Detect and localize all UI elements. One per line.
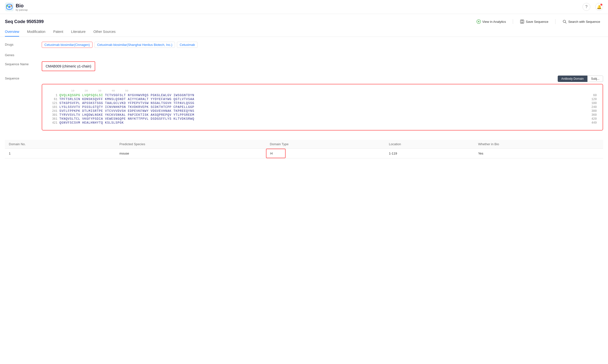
seq-g5-1: SVFLFPPKPK xyxy=(59,109,80,113)
seq-g7-6: KLTVDKSRWQ xyxy=(173,117,194,121)
col-domain-type: Domain Type xyxy=(266,140,385,149)
analytics-label: View in Analytics xyxy=(482,20,506,24)
seq-groups-3: STKGPSVFPL APSSKSTSGG TAALGCLVKD YFPEPVT… xyxy=(59,102,589,105)
seq-start-3: 121 xyxy=(48,102,59,105)
seq-groups-4: LYSLSSVVTV PSSSLGTQTY ICNVNHKPSN TKVDKRV… xyxy=(59,105,589,109)
view-analytics-button[interactable]: View in Analytics xyxy=(474,18,509,25)
sequence-name-value: CMAB009 (chimeric γ1-chain) xyxy=(42,61,603,71)
seq-g8-2: HEALHNHYTQ xyxy=(82,121,103,125)
table-row: 1 mouse H 1-119 Yes xyxy=(5,149,603,158)
seq-g3-3: TAALGCLVKD xyxy=(105,102,126,105)
genes-row: Genes xyxy=(5,52,603,57)
sequence-label: Sequence xyxy=(5,76,42,80)
seq-g7-2: VKGFYPSDIA xyxy=(82,117,103,121)
analytics-icon xyxy=(476,19,481,24)
domain-type-value: H xyxy=(270,152,273,155)
logo-sub-text: by patsnap xyxy=(16,9,28,11)
sequence-name-label: Sequence Name xyxy=(5,61,42,66)
seq-g4-2: PSSSLGTQTY xyxy=(82,105,103,109)
notification-button[interactable]: 🔔 xyxy=(595,3,603,11)
seq-g7-3: VEWESNGQPE xyxy=(105,117,126,121)
cell-domain-no: 1 xyxy=(5,149,116,158)
seq-g4-5: SCDKTHTCPP xyxy=(151,105,172,109)
seq-g4-4: TKVDKRVEPK xyxy=(128,105,149,109)
seq-g3-6: TFPAVLQSSG xyxy=(173,102,194,105)
tab-modification[interactable]: Modification xyxy=(27,27,45,37)
seq-g3-4: YFPEPVTVSW xyxy=(128,102,149,105)
ruler-10: 10 xyxy=(61,89,74,92)
help-button[interactable]: ? xyxy=(582,3,590,11)
seq-g2-3: KMNSLQSNDT xyxy=(105,98,126,101)
seq-line-2: 61 TPFTSRLSIN KDNSKSQVFF KMNSLQSNDT AIYY… xyxy=(48,98,597,101)
tab-other-sources[interactable]: Other Sources xyxy=(93,27,116,37)
subj-button[interactable]: Subj... xyxy=(587,76,603,82)
sequence-type-buttons: Antibody Domain Subj... xyxy=(558,76,603,82)
drugs-label: Drugs xyxy=(5,42,42,46)
domain-table: Domain No. Predicted Species Domain Type… xyxy=(5,140,603,158)
seq-line-6: 301 TYRVVSVLTV LHQDWLNGKE YKCKVSNKAL PAP… xyxy=(48,113,597,117)
seq-end-1: 60 xyxy=(591,94,597,97)
search-with-sequence-button[interactable]: Search with Sequence xyxy=(559,18,603,25)
drug-tag-0[interactable]: Cetuximab biosimilar(Cinnagen) xyxy=(42,42,93,48)
content-area: Drugs Cetuximab biosimilar(Cinnagen) Cet… xyxy=(0,37,608,163)
tab-patent[interactable]: Patent xyxy=(53,27,63,37)
seq-start-5: 241 xyxy=(48,109,59,113)
seq-start-1: 1 xyxy=(48,94,59,97)
seq-end-3: 180 xyxy=(589,102,597,105)
seq-g1-2: LVQPSQSLSI xyxy=(82,94,103,97)
app-logo-icon xyxy=(5,2,14,11)
search-icon xyxy=(562,19,567,24)
seq-groups-1: QVQLKQSGPG LVQPSQSLSI TCTVSGFSLT NYGVHWV… xyxy=(59,94,591,97)
col-in-bio: Whether in Bio xyxy=(474,140,603,149)
seq-g1-1: QVQLKQSGPG xyxy=(59,94,80,97)
seq-end-6: 360 xyxy=(589,113,597,117)
col-domain-no: Domain No. xyxy=(5,140,116,149)
ruler-50: 50 xyxy=(115,89,128,92)
seq-line-5: 241 SVFLFPPKPK DTLMISRTPE VTCVVVDVSH EDP… xyxy=(48,109,597,113)
seq-g2-6: QGTLVTVSAA xyxy=(173,98,194,101)
cell-domain-type: H xyxy=(266,149,385,158)
seq-g5-5: VDGVEVHNAK xyxy=(151,109,172,113)
seq-g2-2: KDNSKSQVFF xyxy=(82,98,103,101)
sequence-button-bar: Antibody Domain Subj... xyxy=(42,76,603,82)
tab-literature[interactable]: Literature xyxy=(71,27,86,37)
drug-tag-2[interactable]: Cetuximab xyxy=(177,42,198,48)
notification-badge xyxy=(600,4,602,6)
question-icon: ? xyxy=(585,5,588,9)
sequence-name-box: CMAB009 (chimeric γ1-chain) xyxy=(42,61,95,71)
seq-line-4: 181 LYSLSSVVTV PSSSLGTQTY ICNVNHKPSN TKV… xyxy=(48,105,597,109)
seq-groups-5: SVFLFPPKPK DTLMISRTPE VTCVVVDVSH EDPEVKF… xyxy=(59,109,589,113)
button-divider-1 xyxy=(513,19,513,24)
antibody-domain-button[interactable]: Antibody Domain xyxy=(558,76,587,82)
logo-main-text: Bio xyxy=(16,3,28,9)
seq-groups-7: TKNQVSLTCL VKGFYPSDIA VEWESNGQPE NNYKTTP… xyxy=(59,117,589,121)
seq-g8-3: KSLSLSPGK xyxy=(105,121,124,125)
genes-label: Genes xyxy=(5,52,42,57)
svg-point-6 xyxy=(478,21,479,22)
seq-g4-1: LYSLSSVVTV xyxy=(59,105,80,109)
seq-start-2: 61 xyxy=(48,98,59,101)
seq-line-1: 1 QVQLKQSGPG LVQPSQSLSI TCTVSGFSLT NYGVH… xyxy=(48,94,597,97)
save-icon xyxy=(520,19,524,24)
tab-overview[interactable]: Overview xyxy=(5,27,19,37)
seq-g6-1: TYRVVSVLTV xyxy=(59,113,80,117)
seq-end-8: 449 xyxy=(589,121,597,125)
action-buttons: View in Analytics Save Sequence Search w… xyxy=(474,18,603,25)
drug-tag-1[interactable]: Cetuximab biosimilar(Shanghai Henlius Bi… xyxy=(94,42,175,48)
col-location: Location xyxy=(385,140,474,149)
svg-point-1 xyxy=(8,6,11,8)
seq-g5-2: DTLMISRTPE xyxy=(82,109,103,113)
seq-g7-5: DSDGSFFLYS xyxy=(151,117,172,121)
cell-predicted-species: mouse xyxy=(116,149,266,158)
seq-g8-1: QGNVFSCSVM xyxy=(59,121,80,125)
cell-in-bio[interactable]: Yes xyxy=(474,149,603,158)
seq-end-5: 300 xyxy=(589,109,597,113)
save-sequence-button[interactable]: Save Sequence xyxy=(517,18,551,25)
seq-groups-2: TPFTSRLSIN KDNSKSQVFF KMNSLQSNDT AIYYCAR… xyxy=(59,98,589,101)
seq-g1-6: IWSGGNTDYN xyxy=(173,94,194,97)
seq-g4-3: ICNVNHKPSN xyxy=(105,105,126,109)
seq-g3-5: NSGALTSGVH xyxy=(151,102,172,105)
seq-g6-5: AKGQPREPQV xyxy=(151,113,172,117)
header-icons: ? 🔔 xyxy=(582,3,603,11)
svg-line-11 xyxy=(565,22,566,23)
